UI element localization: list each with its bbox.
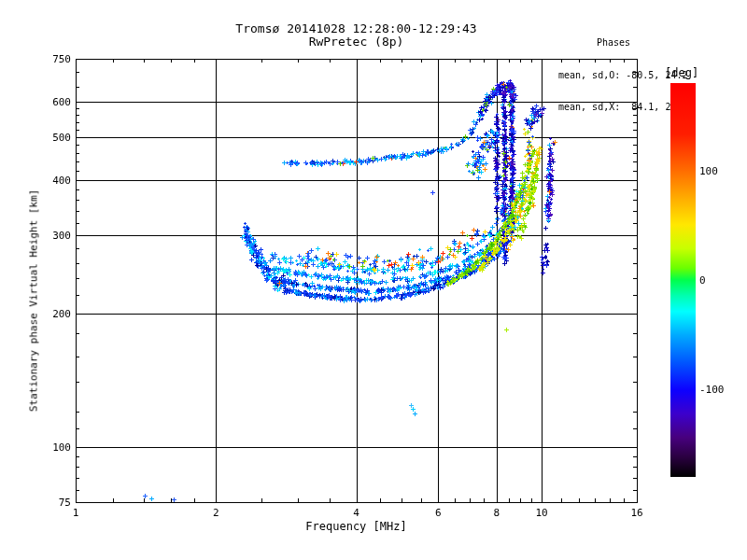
y-tick-label: 200: [26, 308, 71, 320]
x-tick-label: 2: [199, 507, 233, 519]
phase-stats-x-mode: mean, sd,X: 84.1, 25.1: [558, 102, 669, 113]
y-tick-label: 600: [26, 96, 71, 108]
y-axis-label: Stationary phase Virtual Height [km]: [28, 189, 40, 412]
y-tick-label: 300: [26, 230, 71, 242]
x-tick-label: 16: [620, 507, 654, 519]
colorbar-tick-label: 0: [699, 274, 706, 287]
phase-stats-block: Phases mean, sd,O: -80.5, 24.2 mean, sd,…: [558, 16, 669, 123]
phase-stats-o-mode: mean, sd,O: -80.5, 24.2: [558, 70, 669, 81]
y-tick-label: 500: [26, 132, 71, 144]
x-tick-label: 6: [421, 507, 455, 519]
phase-stats-heading: Phases: [558, 37, 669, 49]
colorbar-tick-label: -100: [699, 384, 725, 396]
colorbar-unit-label: [deg]: [665, 66, 698, 79]
x-tick-label: 8: [480, 507, 514, 519]
colorbar-tick-label: 100: [699, 165, 718, 177]
y-tick-label: 400: [26, 175, 71, 187]
x-tick-label: 1: [59, 507, 92, 519]
plot-subtitle: RwPretec (8p): [76, 35, 637, 49]
phase-colorbar: [670, 83, 696, 477]
plot-title: Tromsø 20141028 12:28:00-12:29:43: [76, 21, 637, 35]
x-axis-label: Frequency [MHz]: [76, 520, 637, 533]
y-tick-label: 750: [26, 53, 71, 65]
x-tick-label: 4: [340, 507, 374, 519]
x-tick-label: 10: [525, 507, 558, 519]
y-tick-label: 100: [26, 441, 71, 454]
ionogram-screenshot: { "header": { "title": "Tromsø 20141028 …: [0, 0, 747, 560]
